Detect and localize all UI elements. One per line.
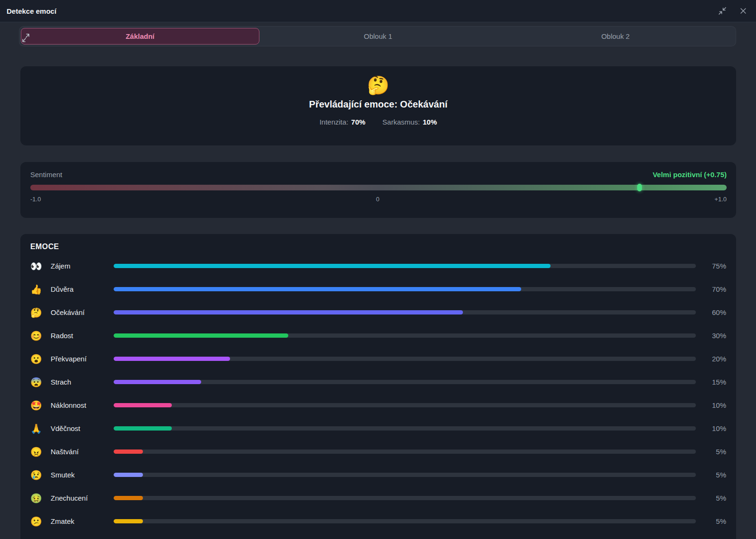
emotion-percent: 5% — [696, 494, 726, 502]
emotion-label: Zmatek — [51, 517, 114, 525]
sarcasm-label: Sarkasmus: — [382, 118, 420, 126]
emotion-percent: 70% — [696, 285, 726, 293]
emotions-heading: EMOCE — [30, 243, 726, 251]
emotion-label: Vděčnost — [51, 424, 114, 432]
emotion-detection-window: Detekce emocí ZákladníOblouk 1Oblouk 2 — [0, 0, 756, 539]
emotions-card: EMOCE 👀 Zájem 75% 👍 Důvěra 70% 🤔 Očekává… — [20, 234, 736, 539]
emotion-bar-fill — [114, 519, 143, 523]
dominant-emotion-stats: Intenzita:70% Sarkasmus:10% — [320, 118, 437, 126]
emotion-bar-fill — [114, 310, 463, 314]
window-title: Detekce emocí — [7, 7, 56, 15]
sarcasm-stat: Sarkasmus:10% — [382, 118, 437, 126]
emotion-emoji-icon: 👍 — [30, 285, 51, 294]
emotion-label: Zájem — [51, 262, 114, 270]
emotion-bar-fill — [114, 403, 172, 407]
emotion-label: Náklonnost — [51, 401, 114, 409]
emotion-row: 🤔 Očekávání 60% — [30, 301, 726, 324]
sentiment-scale: -1.0 0 +1.0 — [30, 196, 727, 203]
emotion-bar-track — [114, 310, 696, 314]
tab-zakladni[interactable]: Základní — [21, 28, 259, 45]
emotion-emoji-icon: 🤔 — [30, 308, 51, 317]
emotion-bar-fill — [114, 264, 551, 268]
sentiment-header: Sentiment Velmi pozitivní (+0.75) — [30, 171, 727, 179]
emotion-percent: 5% — [696, 448, 726, 456]
emotion-bar-track — [114, 519, 696, 523]
tab-oblouk-1-label: Oblouk 1 — [364, 32, 392, 40]
emotion-row: 😢 Smutek 5% — [30, 463, 726, 486]
sentiment-scale-max: +1.0 — [714, 196, 727, 203]
emotion-percent: 30% — [696, 332, 726, 340]
emotion-row: 😨 Strach 15% — [30, 370, 726, 394]
emotion-percent: 10% — [696, 424, 726, 432]
emotion-emoji-icon: 😊 — [30, 331, 51, 341]
emotion-bar-track — [114, 426, 696, 431]
emotion-emoji-icon: 🤢 — [30, 494, 51, 503]
emotion-bar-track — [114, 496, 696, 500]
expand-handle[interactable] — [21, 32, 31, 44]
dominant-emotion-card: 🤔 Převládající emoce: Očekávání Intenzit… — [20, 66, 736, 145]
emotion-emoji-icon: 😢 — [30, 470, 51, 480]
emotion-bar-track — [114, 403, 696, 407]
sarcasm-value: 10% — [423, 118, 437, 126]
sentiment-slider[interactable] — [30, 185, 727, 190]
emotion-bar-fill — [114, 333, 288, 338]
close-icon — [739, 7, 747, 15]
emotion-label: Očekávání — [51, 308, 114, 316]
sentiment-slider-thumb[interactable] — [637, 184, 642, 191]
emotion-percent: 75% — [696, 262, 726, 270]
emotion-bar-fill — [114, 496, 143, 500]
tab-oblouk-2-label: Oblouk 2 — [601, 32, 630, 40]
emotion-emoji-icon: 🤩 — [30, 401, 51, 410]
emotions-list: 👀 Zájem 75% 👍 Důvěra 70% 🤔 Očekávání 60%… — [30, 254, 726, 533]
emotion-row: 👀 Zájem 75% — [30, 254, 726, 278]
emotion-row: 😮 Překvapení 20% — [30, 347, 726, 370]
emotion-label: Radost — [51, 332, 114, 340]
emotion-bar-fill — [114, 449, 143, 454]
emotion-label: Strach — [51, 378, 114, 386]
emotion-emoji-icon: 😮 — [30, 354, 51, 364]
emotion-bar-track — [114, 449, 696, 454]
sentiment-scale-min: -1.0 — [30, 196, 41, 203]
emotion-row: 😠 Naštvání 5% — [30, 440, 726, 463]
emotion-bar-track — [114, 380, 696, 384]
intensity-value: 70% — [351, 118, 365, 126]
emotion-bar-track — [114, 473, 696, 477]
emotion-row: 👍 Důvěra 70% — [30, 278, 726, 301]
intensity-label: Intenzita: — [320, 118, 348, 126]
emotion-row: 🤩 Náklonnost 10% — [30, 394, 726, 417]
emotion-bar-track — [114, 333, 696, 338]
tab-strip: ZákladníOblouk 1Oblouk 2 — [0, 22, 756, 50]
sentiment-card: Sentiment Velmi pozitivní (+0.75) -1.0 0… — [20, 162, 736, 218]
emotion-percent: 15% — [696, 378, 726, 386]
emotion-percent: 5% — [696, 517, 726, 525]
emotion-label: Důvěra — [51, 285, 114, 293]
emotion-emoji-icon: 😨 — [30, 377, 51, 387]
emotion-bar-fill — [114, 426, 172, 431]
collapse-button[interactable] — [716, 5, 729, 17]
emotion-bar-fill — [114, 357, 230, 361]
emotion-emoji-icon: 👀 — [30, 261, 51, 271]
tab-oblouk-2[interactable]: Oblouk 2 — [497, 28, 734, 45]
tab-oblouk-1[interactable]: Oblouk 1 — [259, 28, 497, 45]
emotion-emoji-icon: 😕 — [30, 517, 51, 526]
expand-diagonal-icon — [21, 32, 31, 44]
emotion-bar-track — [114, 287, 696, 291]
emotion-emoji-icon: 😠 — [30, 447, 51, 457]
dominant-emotion-title: Převládající emoce: Očekávání — [309, 99, 447, 110]
emotion-emoji-icon: 🙏 — [30, 424, 51, 433]
titlebar: Detekce emocí — [0, 0, 756, 22]
emotion-label: Znechucení — [51, 494, 114, 502]
emotion-percent: 20% — [696, 355, 726, 363]
emotion-percent: 5% — [696, 471, 726, 479]
emotion-percent: 60% — [696, 308, 726, 316]
sentiment-scale-mid: 0 — [376, 196, 379, 203]
intensity-stat: Intenzita:70% — [320, 118, 365, 126]
emotion-label: Smutek — [51, 471, 114, 479]
emotion-bar-track — [114, 264, 696, 268]
emotion-percent: 10% — [696, 401, 726, 409]
emotion-bar-fill — [114, 380, 201, 384]
close-button[interactable] — [737, 5, 749, 17]
emotion-label: Překvapení — [51, 355, 114, 363]
window-controls — [716, 5, 749, 17]
main-content: 🤔 Převládající emoce: Očekávání Intenzit… — [0, 66, 756, 539]
